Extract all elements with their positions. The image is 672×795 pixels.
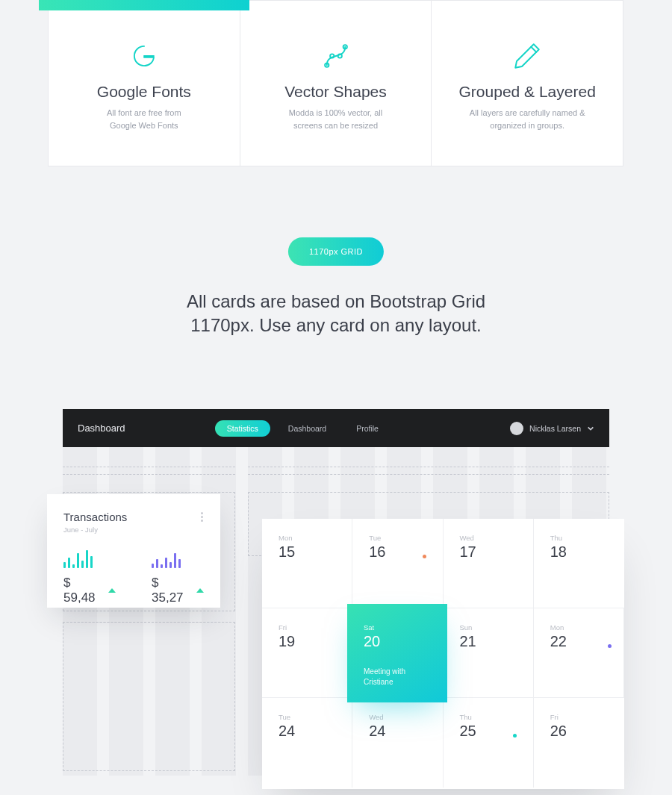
day-number: 15 xyxy=(279,543,335,561)
day-of-week: Fri xyxy=(279,623,335,632)
feature-row: Google Fonts All font are free from Goog… xyxy=(48,0,623,166)
feature-google-fonts: Google Fonts All font are free from Goog… xyxy=(49,1,240,166)
svg-point-3 xyxy=(337,54,341,57)
day-of-week: Mon xyxy=(279,534,335,542)
day-number: 16 xyxy=(369,543,426,561)
tab-dashboard[interactable]: Dashboard xyxy=(276,420,338,437)
day-number: 25 xyxy=(460,723,517,740)
day-number: 21 xyxy=(460,633,517,650)
transactions-subtitle: June - July xyxy=(63,526,204,534)
user-menu[interactable]: Nicklas Larsen xyxy=(510,422,594,435)
calendar-cell[interactable]: Thu 25 xyxy=(444,698,534,788)
calendar-cell[interactable]: Mon 22 xyxy=(534,608,624,697)
grid-pill: 1170px GRID xyxy=(288,237,384,266)
feature-desc: Modda is 100% vector, all screens can be… xyxy=(289,107,382,131)
event-dot xyxy=(423,555,426,558)
nav-tabs: Statistics Dashboard Profile xyxy=(215,420,391,437)
day-number: 17 xyxy=(460,543,517,561)
more-icon[interactable] xyxy=(201,512,204,522)
app-title: Dashboard xyxy=(78,423,125,434)
feature-title: Grouped & Layered xyxy=(459,83,596,101)
feature-title: Google Fonts xyxy=(97,83,191,101)
calendar-cell-active[interactable]: Sat 20 Meeting with Cristiane xyxy=(347,604,447,702)
accent-strip xyxy=(39,0,249,10)
event-dot xyxy=(608,644,612,648)
day-number: 24 xyxy=(279,723,335,740)
day-of-week: Sun xyxy=(460,623,517,632)
svg-point-2 xyxy=(330,54,334,57)
transactions-card: Transactions June - July $ 59,48 $ 35,27 xyxy=(47,494,220,608)
day-of-week: Wed xyxy=(460,534,517,542)
day-of-week: Tue xyxy=(369,534,426,542)
calendar-row: Tue 24 Wed 24 Thu 25 Fri 26 xyxy=(262,698,624,788)
bar-chart-b xyxy=(152,547,204,568)
calendar-cell[interactable]: Wed 17 xyxy=(444,519,534,608)
day-number: 24 xyxy=(369,723,426,740)
calendar-cell[interactable]: Sun 21 xyxy=(444,608,534,697)
feature-title: Vector Shapes xyxy=(284,83,387,101)
amount-a: $ 59,48 xyxy=(63,576,102,605)
calendar-cell[interactable]: Tue 24 xyxy=(262,698,352,788)
day-number: 20 xyxy=(364,633,431,650)
calendar-card: Mon 15 Tue 16 Wed 17 Thu 18 Fri 19 Sun 2… xyxy=(262,519,624,789)
feature-grouped-layered: Grouped & Layered All layers are careful… xyxy=(432,1,623,166)
day-of-week: Sat xyxy=(364,623,431,632)
google-fonts-icon xyxy=(128,37,160,75)
tab-profile[interactable]: Profile xyxy=(344,420,391,437)
day-number: 18 xyxy=(550,543,608,561)
feature-desc: All layers are carefully named & organiz… xyxy=(470,107,585,131)
avatar xyxy=(510,422,523,435)
bar-chart-a xyxy=(63,547,116,568)
amount-b: $ 35,27 xyxy=(152,576,190,605)
calendar-cell[interactable]: Fri 26 xyxy=(534,698,624,788)
transactions-title: Transactions xyxy=(63,511,127,523)
calendar-cell[interactable]: Thu 18 xyxy=(534,519,624,608)
trend-up-icon xyxy=(196,588,204,593)
day-of-week: Fri xyxy=(550,713,608,721)
grid-description: All cards are based on Bootstrap Grid 11… xyxy=(179,290,493,338)
feature-desc: All font are free from Google Web Fonts xyxy=(107,107,181,131)
pencil-icon xyxy=(511,37,543,75)
day-number: 22 xyxy=(550,633,607,650)
day-number: 26 xyxy=(550,723,608,740)
calendar-cell[interactable]: Mon 15 xyxy=(262,519,352,608)
app-bar: Dashboard Statistics Dashboard Profile N… xyxy=(63,409,609,447)
calendar-row: Mon 15 Tue 16 Wed 17 Thu 18 xyxy=(262,519,624,608)
feature-vector-shapes: Vector Shapes Modda is 100% vector, all … xyxy=(240,1,432,166)
calendar-cell[interactable]: Tue 16 xyxy=(352,519,443,608)
day-of-week: Thu xyxy=(550,534,608,542)
vector-icon xyxy=(320,37,352,75)
trend-up-icon xyxy=(108,588,116,593)
day-of-week: Tue xyxy=(279,713,335,721)
user-name: Nicklas Larsen xyxy=(529,424,581,433)
day-of-week: Mon xyxy=(550,623,607,632)
calendar-row: Fri 19 Sun 21 Mon 22 Sat 20 Meeting with… xyxy=(262,608,624,698)
day-number: 19 xyxy=(279,633,335,650)
event-label: Meeting with Cristiane xyxy=(364,667,431,688)
day-of-week: Wed xyxy=(369,713,426,721)
calendar-cell[interactable]: Wed 24 xyxy=(352,698,443,788)
day-of-week: Thu xyxy=(460,713,517,721)
chevron-down-icon xyxy=(587,425,594,432)
tab-statistics[interactable]: Statistics xyxy=(215,420,270,437)
event-dot xyxy=(513,734,517,738)
calendar-cell[interactable]: Fri 19 xyxy=(262,608,352,697)
